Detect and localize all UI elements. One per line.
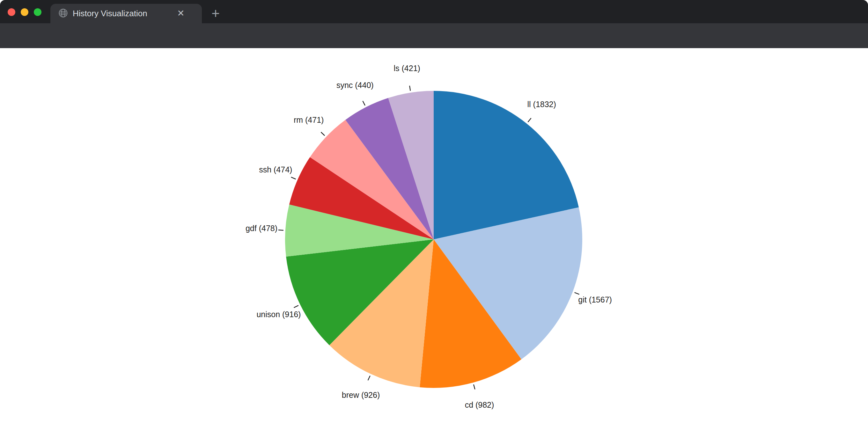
pie-slice-label: ls (421) [394, 64, 420, 73]
pie-slice-label: git (1567) [578, 295, 612, 304]
tab-history-visualization[interactable]: History Visualization ✕ [51, 4, 202, 23]
pie-slice-label: gdf (478) [246, 224, 277, 233]
pie-slice-label: ll (1832) [527, 100, 556, 109]
minimize-window-button[interactable] [21, 8, 28, 16]
tab-strip: History Visualization ✕ + [0, 0, 868, 23]
page-content: ll (1832)git (1567)cd (982)brew (926)uni… [0, 48, 868, 430]
pie-label-tick [473, 385, 475, 389]
pie-slice-label: brew (926) [342, 391, 380, 399]
pie-label-tick [575, 293, 580, 295]
pie-label-tick [368, 376, 370, 381]
globe-icon [58, 8, 68, 18]
pie-label-tick [294, 305, 299, 307]
fullscreen-window-button[interactable] [34, 8, 41, 16]
pie-label-tick [321, 132, 325, 136]
pie-slice-label: cd (982) [465, 400, 494, 409]
pie-label-tick [409, 86, 410, 91]
pie-slice-label: unison (916) [256, 310, 301, 319]
pie-chart-svg: ll (1832)git (1567)cd (982)brew (926)uni… [0, 48, 868, 430]
pie-slice-label: sync (440) [336, 80, 374, 90]
tab-close-icon[interactable]: ✕ [175, 8, 187, 19]
pie-slice-label: rm (471) [294, 115, 324, 124]
pie-label-tick [363, 101, 365, 105]
browser-window: History Visualization ✕ + File /Users/mt… [0, 0, 868, 430]
close-window-button[interactable] [8, 8, 15, 16]
browser-toolbar: File /Users/mtsouk/docs/article/working/… [0, 23, 868, 48]
pie-label-tick [291, 177, 296, 179]
new-tab-button[interactable]: + [208, 6, 223, 22]
pie-slice-label: ssh (474) [259, 165, 292, 174]
pie-label-tick [528, 118, 531, 123]
tab-title: History Visualization [73, 9, 147, 19]
pie-label-tick [278, 230, 283, 230]
